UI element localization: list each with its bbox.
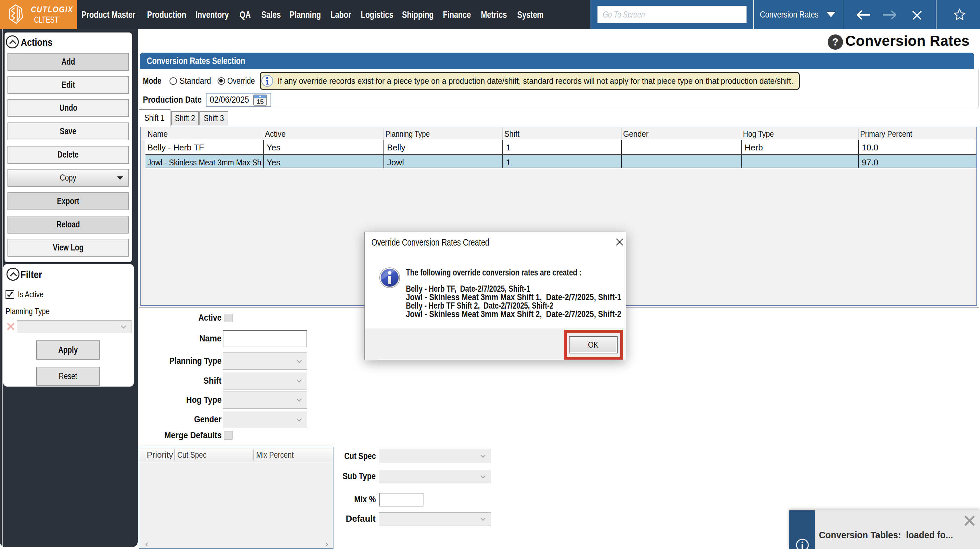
- svg-text:15: 15: [256, 98, 264, 105]
